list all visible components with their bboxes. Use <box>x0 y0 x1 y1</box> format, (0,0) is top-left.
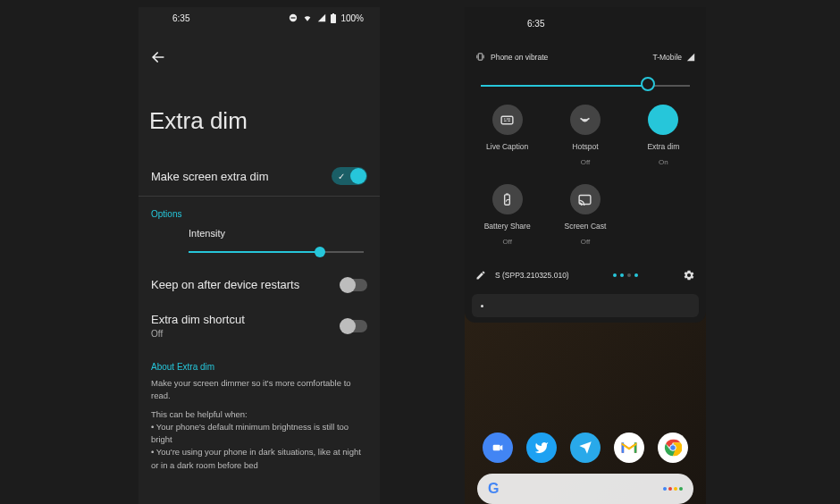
make-dim-row[interactable]: Make screen extra dim ✓ <box>139 156 380 196</box>
svg-rect-2 <box>331 14 336 23</box>
tile-sub: Off <box>502 238 512 246</box>
home-area: G <box>465 422 706 504</box>
app-icon-telegram[interactable] <box>570 433 601 463</box>
qs-tile-battery-share[interactable]: Battery Share Off <box>468 184 546 246</box>
battery-share-icon <box>492 184 523 214</box>
status-time: 6:35 <box>481 19 544 29</box>
edit-icon[interactable] <box>475 270 486 281</box>
app-icon-duo[interactable] <box>483 433 513 463</box>
dnd-icon <box>289 13 298 22</box>
vibrate-icon <box>475 52 485 62</box>
svg-rect-5 <box>501 116 513 124</box>
app-icon-gmail[interactable] <box>614 433 644 463</box>
app-dock <box>475 422 695 470</box>
quick-settings-panel: 6:35 Phone on vibrate T-Mobile Live Capt… <box>465 7 706 323</box>
check-icon: ✓ <box>334 169 349 183</box>
svg-point-13 <box>670 445 676 451</box>
intensity-label: Intensity <box>139 219 380 248</box>
settings-screen: 6:35 100% Extra dim Make screen extra di… <box>139 7 380 504</box>
app-icon-chrome[interactable] <box>658 433 688 463</box>
caption-icon <box>492 105 523 135</box>
build-text: S (SPP3.210325.010) <box>495 271 569 280</box>
shortcut-label: Extra dim shortcut Off <box>151 313 245 339</box>
wifi-icon <box>302 13 313 22</box>
notification-shelf[interactable] <box>472 294 699 317</box>
quick-settings-screen: 6:35 Phone on vibrate T-Mobile Live Capt… <box>465 7 706 504</box>
qs-header-row: Phone on vibrate T-Mobile <box>465 32 706 67</box>
about-helpful: This can be helpful when: Your phone's d… <box>139 403 380 472</box>
keep-on-toggle[interactable] <box>340 279 367 291</box>
slider-thumb[interactable] <box>641 77 655 91</box>
about-intro: Make your screen dimmer so it's more com… <box>139 372 380 403</box>
slider-thumb[interactable] <box>315 247 325 257</box>
page-dots <box>613 273 638 277</box>
tile-label: Hotspot <box>572 142 598 151</box>
qs-tile-live-caption[interactable]: Live Caption <box>468 105 546 166</box>
qs-tile-screen-cast[interactable]: Screen Cast Off <box>546 184 624 246</box>
intensity-slider[interactable] <box>139 248 380 267</box>
assistant-icon[interactable] <box>663 487 683 491</box>
svg-rect-1 <box>291 17 296 18</box>
app-icon-twitter[interactable] <box>526 433 557 463</box>
google-logo-icon: G <box>488 481 499 497</box>
qs-tile-extra-dim[interactable]: Extra dim On <box>625 105 702 166</box>
tile-sub: Off <box>581 238 591 246</box>
vibrate-indicator[interactable]: Phone on vibrate <box>475 52 548 62</box>
about-header: About Extra dim <box>139 349 380 372</box>
toolbar <box>139 27 380 75</box>
signal-icon <box>686 53 695 62</box>
svg-rect-4 <box>478 54 483 60</box>
battery-percent: 100% <box>340 13 364 23</box>
options-header: Options <box>139 197 380 219</box>
status-time: 6:35 <box>155 13 189 23</box>
signal-icon <box>317 13 326 22</box>
qs-footer: S (SPP3.210325.010) <box>465 249 706 290</box>
cast-icon <box>570 184 601 214</box>
about-bullet: You're using your phone in dark situatio… <box>151 446 367 472</box>
tile-sub: On <box>659 158 668 166</box>
hotspot-icon <box>570 105 601 135</box>
about-bullet: Your phone's default minimum brightness … <box>151 421 367 447</box>
battery-icon <box>331 13 336 23</box>
status-icons: 100% <box>289 13 364 23</box>
page-title: Extra dim <box>139 75 380 156</box>
back-arrow-icon[interactable] <box>149 48 167 66</box>
tile-label: Extra dim <box>647 142 679 151</box>
make-dim-label: Make screen extra dim <box>151 170 269 183</box>
tile-sub: Off <box>581 158 591 166</box>
tile-label: Live Caption <box>486 142 528 151</box>
keep-on-row[interactable]: Keep on after device restarts <box>139 267 380 302</box>
search-bar[interactable]: G <box>477 474 693 504</box>
svg-rect-10 <box>492 445 500 451</box>
gear-icon[interactable] <box>683 269 695 281</box>
tile-label: Screen Cast <box>565 222 607 231</box>
tile-label: Battery Share <box>484 222 531 231</box>
notif-dot-icon <box>481 305 483 307</box>
qs-tiles: Live Caption Hotspot Off Extra dim On Ba… <box>465 96 706 249</box>
svg-rect-3 <box>332 13 334 14</box>
keep-on-label: Keep on after device restarts <box>151 278 299 291</box>
shortcut-row[interactable]: Extra dim shortcut Off <box>139 302 380 349</box>
carrier-indicator: T-Mobile <box>652 53 695 62</box>
dim-icon <box>648 105 678 135</box>
qs-tile-hotspot[interactable]: Hotspot Off <box>546 105 624 166</box>
status-bar: 6:35 <box>465 14 706 32</box>
status-bar: 6:35 100% <box>139 9 380 27</box>
shortcut-toggle[interactable] <box>340 320 367 332</box>
shortcut-sub: Off <box>151 329 245 339</box>
brightness-slider[interactable] <box>465 67 706 96</box>
svg-rect-8 <box>506 193 508 194</box>
make-dim-toggle[interactable]: ✓ <box>332 167 367 185</box>
